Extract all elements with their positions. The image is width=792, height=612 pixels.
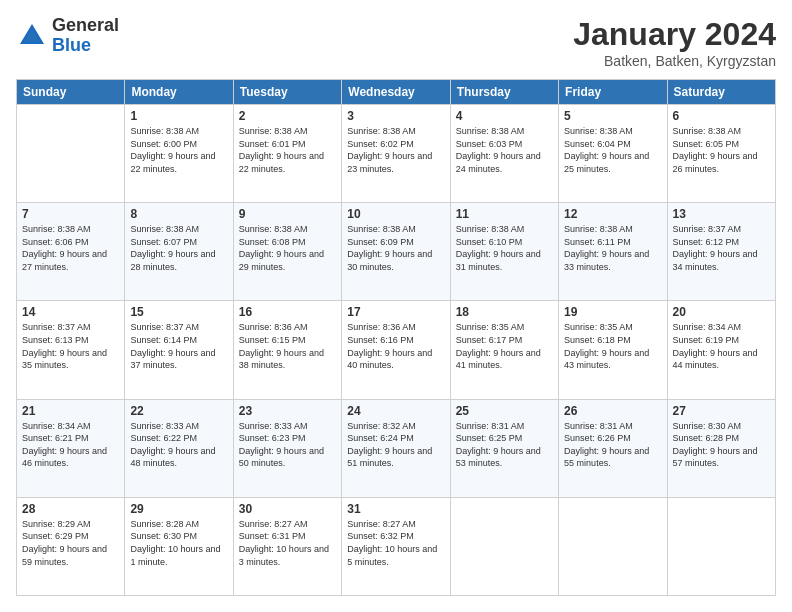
day-cell: 16 Sunrise: 8:36 AMSunset: 6:15 PMDaylig… (233, 301, 341, 399)
day-number: 15 (130, 305, 227, 319)
day-info: Sunrise: 8:31 AMSunset: 6:26 PMDaylight:… (564, 420, 661, 470)
day-info: Sunrise: 8:32 AMSunset: 6:24 PMDaylight:… (347, 420, 444, 470)
day-number: 24 (347, 404, 444, 418)
day-number: 23 (239, 404, 336, 418)
day-info: Sunrise: 8:35 AMSunset: 6:17 PMDaylight:… (456, 321, 553, 371)
day-info: Sunrise: 8:38 AMSunset: 6:04 PMDaylight:… (564, 125, 661, 175)
day-cell: 18 Sunrise: 8:35 AMSunset: 6:17 PMDaylig… (450, 301, 558, 399)
title-block: January 2024 Batken, Batken, Kyrgyzstan (573, 16, 776, 69)
day-cell: 19 Sunrise: 8:35 AMSunset: 6:18 PMDaylig… (559, 301, 667, 399)
day-cell: 2 Sunrise: 8:38 AMSunset: 6:01 PMDayligh… (233, 105, 341, 203)
day-info: Sunrise: 8:34 AMSunset: 6:21 PMDaylight:… (22, 420, 119, 470)
weekday-header-row: SundayMondayTuesdayWednesdayThursdayFrid… (17, 80, 776, 105)
day-number: 25 (456, 404, 553, 418)
day-number: 13 (673, 207, 770, 221)
day-cell: 22 Sunrise: 8:33 AMSunset: 6:22 PMDaylig… (125, 399, 233, 497)
day-info: Sunrise: 8:38 AMSunset: 6:02 PMDaylight:… (347, 125, 444, 175)
day-info: Sunrise: 8:37 AMSunset: 6:14 PMDaylight:… (130, 321, 227, 371)
day-number: 17 (347, 305, 444, 319)
day-info: Sunrise: 8:38 AMSunset: 6:01 PMDaylight:… (239, 125, 336, 175)
day-cell (17, 105, 125, 203)
logo-text: General Blue (52, 16, 119, 56)
day-cell: 1 Sunrise: 8:38 AMSunset: 6:00 PMDayligh… (125, 105, 233, 203)
day-info: Sunrise: 8:38 AMSunset: 6:11 PMDaylight:… (564, 223, 661, 273)
day-number: 20 (673, 305, 770, 319)
day-cell: 15 Sunrise: 8:37 AMSunset: 6:14 PMDaylig… (125, 301, 233, 399)
logo-icon (16, 20, 48, 52)
day-info: Sunrise: 8:38 AMSunset: 6:08 PMDaylight:… (239, 223, 336, 273)
day-cell: 28 Sunrise: 8:29 AMSunset: 6:29 PMDaylig… (17, 497, 125, 595)
day-number: 22 (130, 404, 227, 418)
day-info: Sunrise: 8:38 AMSunset: 6:07 PMDaylight:… (130, 223, 227, 273)
week-row-2: 7 Sunrise: 8:38 AMSunset: 6:06 PMDayligh… (17, 203, 776, 301)
day-cell: 26 Sunrise: 8:31 AMSunset: 6:26 PMDaylig… (559, 399, 667, 497)
day-cell: 30 Sunrise: 8:27 AMSunset: 6:31 PMDaylig… (233, 497, 341, 595)
day-cell: 11 Sunrise: 8:38 AMSunset: 6:10 PMDaylig… (450, 203, 558, 301)
day-info: Sunrise: 8:29 AMSunset: 6:29 PMDaylight:… (22, 518, 119, 568)
day-info: Sunrise: 8:33 AMSunset: 6:23 PMDaylight:… (239, 420, 336, 470)
day-number: 10 (347, 207, 444, 221)
weekday-header-sunday: Sunday (17, 80, 125, 105)
day-cell: 17 Sunrise: 8:36 AMSunset: 6:16 PMDaylig… (342, 301, 450, 399)
day-number: 19 (564, 305, 661, 319)
day-cell: 3 Sunrise: 8:38 AMSunset: 6:02 PMDayligh… (342, 105, 450, 203)
day-info: Sunrise: 8:31 AMSunset: 6:25 PMDaylight:… (456, 420, 553, 470)
day-cell: 8 Sunrise: 8:38 AMSunset: 6:07 PMDayligh… (125, 203, 233, 301)
day-number: 18 (456, 305, 553, 319)
day-cell: 9 Sunrise: 8:38 AMSunset: 6:08 PMDayligh… (233, 203, 341, 301)
header: General Blue January 2024 Batken, Batken… (16, 16, 776, 69)
day-cell: 7 Sunrise: 8:38 AMSunset: 6:06 PMDayligh… (17, 203, 125, 301)
day-info: Sunrise: 8:37 AMSunset: 6:13 PMDaylight:… (22, 321, 119, 371)
day-cell: 13 Sunrise: 8:37 AMSunset: 6:12 PMDaylig… (667, 203, 775, 301)
day-number: 1 (130, 109, 227, 123)
day-info: Sunrise: 8:38 AMSunset: 6:03 PMDaylight:… (456, 125, 553, 175)
month-title: January 2024 (573, 16, 776, 53)
day-number: 14 (22, 305, 119, 319)
day-info: Sunrise: 8:28 AMSunset: 6:30 PMDaylight:… (130, 518, 227, 568)
day-info: Sunrise: 8:30 AMSunset: 6:28 PMDaylight:… (673, 420, 770, 470)
day-cell: 20 Sunrise: 8:34 AMSunset: 6:19 PMDaylig… (667, 301, 775, 399)
day-number: 4 (456, 109, 553, 123)
weekday-header-tuesday: Tuesday (233, 80, 341, 105)
day-info: Sunrise: 8:27 AMSunset: 6:32 PMDaylight:… (347, 518, 444, 568)
day-number: 12 (564, 207, 661, 221)
week-row-3: 14 Sunrise: 8:37 AMSunset: 6:13 PMDaylig… (17, 301, 776, 399)
day-number: 3 (347, 109, 444, 123)
day-number: 31 (347, 502, 444, 516)
day-info: Sunrise: 8:36 AMSunset: 6:16 PMDaylight:… (347, 321, 444, 371)
day-cell (450, 497, 558, 595)
day-number: 28 (22, 502, 119, 516)
day-number: 16 (239, 305, 336, 319)
logo-general-text: General (52, 16, 119, 36)
day-number: 2 (239, 109, 336, 123)
day-number: 11 (456, 207, 553, 221)
day-cell: 5 Sunrise: 8:38 AMSunset: 6:04 PMDayligh… (559, 105, 667, 203)
day-info: Sunrise: 8:34 AMSunset: 6:19 PMDaylight:… (673, 321, 770, 371)
weekday-header-monday: Monday (125, 80, 233, 105)
day-number: 26 (564, 404, 661, 418)
day-number: 21 (22, 404, 119, 418)
day-info: Sunrise: 8:38 AMSunset: 6:09 PMDaylight:… (347, 223, 444, 273)
calendar-table: SundayMondayTuesdayWednesdayThursdayFrid… (16, 79, 776, 596)
day-cell: 24 Sunrise: 8:32 AMSunset: 6:24 PMDaylig… (342, 399, 450, 497)
logo: General Blue (16, 16, 119, 56)
day-cell: 10 Sunrise: 8:38 AMSunset: 6:09 PMDaylig… (342, 203, 450, 301)
day-cell: 6 Sunrise: 8:38 AMSunset: 6:05 PMDayligh… (667, 105, 775, 203)
day-info: Sunrise: 8:35 AMSunset: 6:18 PMDaylight:… (564, 321, 661, 371)
day-cell: 21 Sunrise: 8:34 AMSunset: 6:21 PMDaylig… (17, 399, 125, 497)
day-info: Sunrise: 8:38 AMSunset: 6:06 PMDaylight:… (22, 223, 119, 273)
day-number: 5 (564, 109, 661, 123)
day-info: Sunrise: 8:37 AMSunset: 6:12 PMDaylight:… (673, 223, 770, 273)
week-row-5: 28 Sunrise: 8:29 AMSunset: 6:29 PMDaylig… (17, 497, 776, 595)
logo-blue-text: Blue (52, 36, 119, 56)
page: General Blue January 2024 Batken, Batken… (0, 0, 792, 612)
day-cell (667, 497, 775, 595)
day-info: Sunrise: 8:38 AMSunset: 6:00 PMDaylight:… (130, 125, 227, 175)
day-info: Sunrise: 8:36 AMSunset: 6:15 PMDaylight:… (239, 321, 336, 371)
day-cell: 25 Sunrise: 8:31 AMSunset: 6:25 PMDaylig… (450, 399, 558, 497)
day-number: 7 (22, 207, 119, 221)
day-info: Sunrise: 8:38 AMSunset: 6:05 PMDaylight:… (673, 125, 770, 175)
day-info: Sunrise: 8:33 AMSunset: 6:22 PMDaylight:… (130, 420, 227, 470)
day-number: 9 (239, 207, 336, 221)
day-cell: 29 Sunrise: 8:28 AMSunset: 6:30 PMDaylig… (125, 497, 233, 595)
